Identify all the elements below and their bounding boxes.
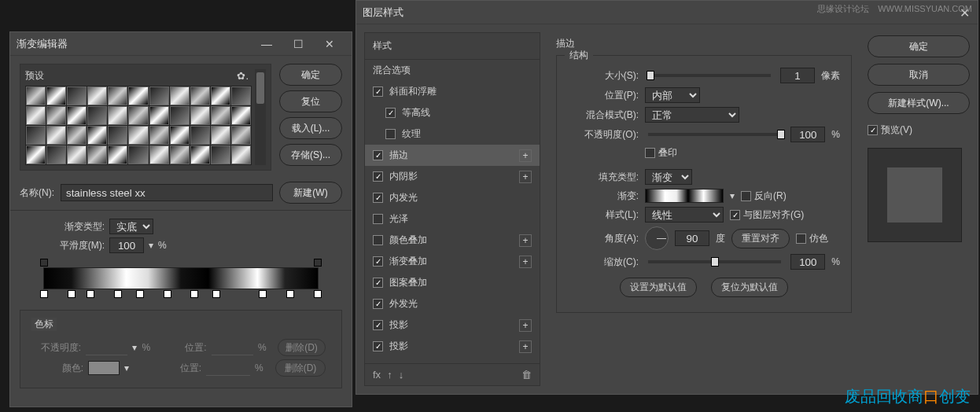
align-layer-checkbox[interactable]: 与图层对齐(G): [730, 208, 804, 222]
style-item-9[interactable]: 图案叠加: [365, 272, 540, 293]
preset-swatch[interactable]: [170, 145, 190, 164]
size-slider[interactable]: [648, 74, 771, 77]
style-item-2[interactable]: 纹理: [365, 123, 540, 145]
style-checkbox[interactable]: [385, 108, 396, 118]
style-checkbox[interactable]: [373, 278, 383, 288]
preset-swatch[interactable]: [149, 106, 169, 125]
style-item-12[interactable]: 投影+: [365, 336, 540, 357]
add-effect-icon[interactable]: +: [519, 256, 532, 268]
preset-swatch[interactable]: [170, 86, 190, 105]
opacity-stop[interactable]: [40, 259, 48, 267]
angle-dial[interactable]: [645, 226, 669, 250]
color-stop[interactable]: [40, 290, 48, 298]
zoom-out-icon[interactable]: [26, 272, 39, 285]
preset-swatch[interactable]: [67, 86, 87, 105]
color-stop[interactable]: [164, 290, 171, 298]
preview-checkbox[interactable]: 预览(V): [868, 123, 970, 137]
style-checkbox[interactable]: [373, 341, 383, 351]
scale-slider[interactable]: [648, 260, 781, 263]
preset-swatch[interactable]: [149, 126, 169, 145]
style-item-8[interactable]: 渐变叠加+: [365, 251, 540, 272]
add-effect-icon[interactable]: +: [519, 234, 532, 247]
trash-icon[interactable]: 🗑: [521, 369, 532, 381]
preset-swatch[interactable]: [231, 126, 251, 145]
preset-swatch[interactable]: [190, 126, 210, 145]
minimize-icon[interactable]: ―: [251, 33, 282, 55]
save-button[interactable]: 存储(S)...: [279, 144, 342, 166]
preset-swatch[interactable]: [149, 86, 169, 105]
color-stop[interactable]: [114, 290, 122, 298]
style-checkbox[interactable]: [385, 129, 396, 139]
type-select[interactable]: 实底: [109, 219, 153, 234]
delete-button[interactable]: 删除(D): [278, 339, 326, 356]
add-effect-icon[interactable]: +: [519, 340, 532, 353]
chevron-down-icon[interactable]: ▾: [124, 362, 129, 373]
style-checkbox[interactable]: [373, 235, 383, 245]
color-stop[interactable]: [286, 290, 294, 298]
preset-swatch[interactable]: [211, 86, 230, 105]
preset-swatch[interactable]: [87, 126, 107, 145]
ok-button[interactable]: 确定: [868, 35, 970, 57]
reset-button[interactable]: 复位: [279, 90, 342, 112]
arrow-up-icon[interactable]: ↑: [387, 369, 392, 381]
smooth-input[interactable]: [109, 237, 144, 253]
preset-swatch[interactable]: [128, 106, 148, 125]
chevron-down-icon[interactable]: ▾: [730, 190, 735, 201]
preset-swatch[interactable]: [26, 145, 46, 164]
preset-swatch[interactable]: [190, 106, 210, 125]
preset-swatch[interactable]: [46, 106, 66, 125]
preset-scrollbar[interactable]: [255, 69, 266, 165]
preset-swatch[interactable]: [231, 145, 251, 164]
color-swatch[interactable]: [88, 361, 120, 375]
style-item-11[interactable]: 投影+: [365, 315, 540, 336]
load-button[interactable]: 载入(L)...: [279, 117, 342, 139]
set-default-button[interactable]: 设置为默认值: [620, 278, 697, 297]
close-icon[interactable]: ✕: [314, 33, 345, 55]
preset-swatch[interactable]: [128, 145, 148, 164]
fill-type-select[interactable]: 渐变: [645, 169, 692, 185]
preset-swatch[interactable]: [128, 126, 148, 145]
preset-swatch[interactable]: [108, 145, 127, 164]
color-stop[interactable]: [136, 290, 144, 298]
opacity-stop-input[interactable]: [86, 340, 127, 355]
preset-swatch[interactable]: [67, 126, 87, 145]
fx-icon[interactable]: fx: [373, 369, 381, 381]
position-input[interactable]: [212, 340, 253, 355]
preset-swatch[interactable]: [26, 106, 46, 125]
dither-checkbox[interactable]: 仿色: [796, 232, 828, 245]
preset-swatch[interactable]: [87, 145, 107, 164]
style-item-6[interactable]: 光泽: [365, 208, 540, 230]
overprint-checkbox[interactable]: 叠印: [645, 146, 677, 160]
arrow-down-icon[interactable]: ↓: [399, 369, 404, 381]
new-button[interactable]: 新建(W): [279, 182, 342, 204]
style-item-5[interactable]: 内发光: [365, 187, 540, 208]
preset-swatch[interactable]: [108, 106, 127, 125]
gradient-bar[interactable]: [43, 267, 319, 289]
style-checkbox[interactable]: [373, 214, 383, 224]
scale-input[interactable]: [790, 254, 825, 270]
size-input[interactable]: [780, 68, 815, 83]
reset-align-button[interactable]: 重置对齐: [731, 229, 790, 248]
color-stop[interactable]: [68, 290, 76, 298]
preset-swatch[interactable]: [87, 86, 107, 105]
opacity-slider[interactable]: [648, 133, 781, 136]
preset-swatch[interactable]: [190, 145, 210, 164]
blend-options-item[interactable]: 混合选项: [365, 60, 540, 81]
preset-swatch[interactable]: [26, 86, 46, 105]
preset-swatch[interactable]: [170, 106, 190, 125]
color-stop[interactable]: [314, 290, 322, 298]
cancel-button[interactable]: 取消: [868, 64, 970, 86]
preset-swatch[interactable]: [211, 126, 230, 145]
maximize-icon[interactable]: ☐: [282, 33, 314, 55]
preset-swatch[interactable]: [46, 86, 66, 105]
preset-swatch[interactable]: [128, 86, 148, 105]
zoom-in-icon[interactable]: [323, 272, 336, 285]
style-item-10[interactable]: 外发光: [365, 293, 540, 315]
titlebar[interactable]: 渐变编辑器 ― ☐ ✕: [10, 32, 352, 56]
style-checkbox[interactable]: [373, 150, 383, 160]
preset-swatch[interactable]: [67, 106, 87, 125]
preset-swatch[interactable]: [46, 145, 66, 164]
style-item-3[interactable]: 描边+: [365, 145, 540, 166]
preset-swatch[interactable]: [108, 86, 127, 105]
preset-swatch[interactable]: [211, 145, 230, 164]
